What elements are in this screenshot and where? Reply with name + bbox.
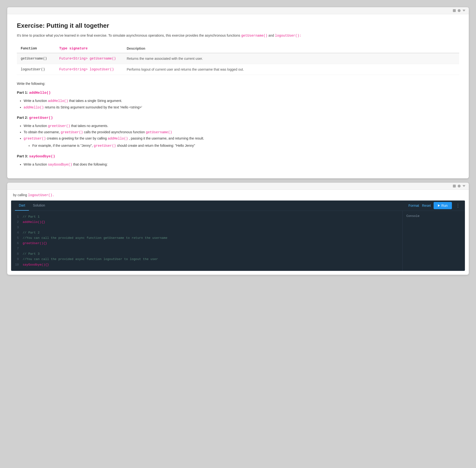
format-button[interactable]: Format xyxy=(408,204,419,207)
table-row: logoutUser() Future<String> logoutUser()… xyxy=(17,64,459,75)
code-line-8: 8 // Part 3 xyxy=(15,251,398,257)
part3-code-heading: sayGoodbye() xyxy=(29,154,55,159)
list-item: greetUser() creates a greeting for the u… xyxy=(24,135,459,149)
func-sig-1: Future<String> getUsername() xyxy=(55,53,123,64)
part2-sub-bullets: For example, if the username is "Jenny",… xyxy=(24,143,459,149)
toolbar-square-icon xyxy=(453,9,456,12)
editor-tabs: Dart Solution xyxy=(15,201,408,211)
code-line-4: 4 // Part 2 xyxy=(15,230,398,235)
tab-dart[interactable]: Dart xyxy=(15,201,29,211)
exercise-panel: Exercise: Putting it all together It's t… xyxy=(7,7,469,178)
table-row: getUsername() Future<String> getUsername… xyxy=(17,53,459,64)
add-hello-code-1: addHello() xyxy=(48,99,68,103)
toolbar2-circle-icon xyxy=(458,185,461,188)
editor-container: Dart Solution Format Reset Run ⋮ 1 // Pa… xyxy=(11,201,465,271)
editor-body: 1 // Part 1 2 addHello(){} 3 4 // Part 2 xyxy=(11,211,465,271)
greet-user-code-1: greetUser() xyxy=(48,124,70,128)
code-line-3: 3 xyxy=(15,225,398,230)
list-item: Write a function addHello() that takes a… xyxy=(24,98,459,104)
function-table: Function Type signature Description getU… xyxy=(17,44,459,75)
exercise-title: Exercise: Putting it all together xyxy=(17,22,459,29)
code-line-1: 1 // Part 1 xyxy=(15,214,398,219)
func-name-1: getUsername() xyxy=(17,53,55,64)
code-line-9: 9 //You can call the provided async func… xyxy=(15,257,398,262)
write-label: Write the following: xyxy=(17,82,459,86)
reset-button[interactable]: Reset xyxy=(422,204,431,207)
list-item: Write a function sayGoodbye() that does … xyxy=(24,161,459,168)
col-header-description: Description xyxy=(123,44,459,53)
toolbar-circle-icon xyxy=(458,9,461,12)
part2-heading: Part 2: greetUser() xyxy=(17,116,459,120)
col-header-function: Function xyxy=(17,44,55,53)
code-line-10: 10 sayGoodbye(){} xyxy=(15,262,398,267)
menu-dots-icon[interactable]: ⋮ xyxy=(455,203,461,208)
table-header-row: Function Type signature Description xyxy=(17,44,459,53)
toolbar-chevron-icon xyxy=(462,10,465,12)
toolbar2-square-icon xyxy=(453,185,456,188)
code-line-6: 6 greetUser(){} xyxy=(15,241,398,246)
part1-code-heading: addHello() xyxy=(29,91,51,95)
part1-heading: Part 1: addHello() xyxy=(17,90,459,95)
part3-bullets: Write a function sayGoodbye() that does … xyxy=(17,161,459,168)
add-hello-code-2: addHello() xyxy=(24,105,44,109)
editor-actions: Format Reset Run ⋮ xyxy=(408,202,461,209)
tab-solution[interactable]: Solution xyxy=(29,201,49,211)
list-item: For example, if the username is "Jenny",… xyxy=(32,143,459,149)
console-label: Console xyxy=(406,214,420,218)
func-sig-2: Future<String> logoutUser() xyxy=(55,64,123,75)
func-desc-2: Performs logout of current user and retu… xyxy=(123,64,459,75)
by-calling-text: by calling logoutUser(). xyxy=(7,190,469,201)
get-username-code-inline: getUsername() xyxy=(146,130,172,134)
panel1-toolbar xyxy=(7,7,469,14)
panel1-content: Exercise: Putting it all together It's t… xyxy=(7,14,469,178)
toolbar2-chevron-icon xyxy=(462,185,465,187)
col-header-type-sig: Type signature xyxy=(55,44,123,53)
intro-paragraph: It's time to practice what you've learne… xyxy=(17,33,459,38)
logout-user-link[interactable]: logoutUser(): xyxy=(275,34,301,38)
code-line-7: 7 xyxy=(15,246,398,251)
part1-bullets: Write a function addHello() that takes a… xyxy=(17,98,459,110)
panel2-toolbar xyxy=(7,183,469,190)
list-item: To obtain the username, greetUser() call… xyxy=(24,129,459,135)
func-name-2: logoutUser() xyxy=(17,64,55,75)
part2-bullets: Write a function greetUser() that takes … xyxy=(17,123,459,149)
run-icon xyxy=(438,204,440,207)
code-editor-panel: by calling logoutUser(). Dart Solution F… xyxy=(7,183,469,275)
part2-code-heading: greetUser() xyxy=(29,116,53,120)
greet-user-code-3: greetUser() xyxy=(24,137,46,141)
greet-user-code-4: greetUser() xyxy=(94,144,116,148)
list-item: Write a function greetUser() that takes … xyxy=(24,123,459,129)
get-username-link[interactable]: getUsername() xyxy=(241,34,267,38)
code-editor-area[interactable]: 1 // Part 1 2 addHello(){} 3 4 // Part 2 xyxy=(11,211,402,271)
code-line-5: 5 //You can call the provided async func… xyxy=(15,235,398,241)
add-hello-code-3: addHello() xyxy=(108,137,128,141)
code-line-2: 2 addHello(){} xyxy=(15,219,398,225)
console-area: Console xyxy=(402,211,465,271)
editor-tabs-row: Dart Solution Format Reset Run ⋮ xyxy=(11,201,465,211)
logout-user-inline: logoutUser(). xyxy=(28,193,54,197)
greet-user-code-2: greetUser() xyxy=(61,130,83,134)
func-desc-1: Returns the name associated with the cur… xyxy=(123,53,459,64)
part3-heading: Part 3: sayGoodbye() xyxy=(17,154,459,159)
run-button[interactable]: Run xyxy=(433,202,452,209)
list-item: addHello() returns its String argument s… xyxy=(24,104,459,111)
say-goodbye-code-1: sayGoodbye() xyxy=(48,163,72,166)
